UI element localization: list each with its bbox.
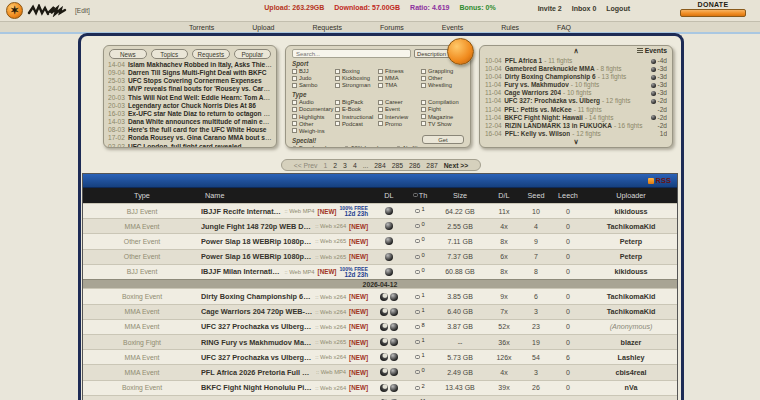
uploader-link[interactable]: nVa xyxy=(585,383,677,392)
event-name[interactable]: Gamebred Bareknuckle MMA xyxy=(505,65,595,73)
column-header-seed[interactable]: Seed xyxy=(521,191,551,200)
checkbox-icon[interactable] xyxy=(421,121,426,126)
type-option-interview[interactable]: Interview xyxy=(378,113,421,120)
torrent-type[interactable]: Boxing Fight xyxy=(83,339,201,346)
comments-cell[interactable]: 0 xyxy=(407,252,433,262)
checkbox-icon[interactable] xyxy=(421,76,426,81)
nav-item-upload[interactable]: Upload xyxy=(252,24,274,31)
type-option-fight[interactable]: Fight xyxy=(421,106,464,113)
nav-item-forums[interactable]: Forums xyxy=(380,24,404,31)
comments-cell[interactable]: 2 xyxy=(407,383,433,393)
radio-icon[interactable] xyxy=(344,146,349,148)
comments-cell[interactable]: 0 xyxy=(407,221,433,231)
donate-bar[interactable] xyxy=(680,9,746,17)
torrent-type[interactable]: Boxing Event xyxy=(83,293,201,300)
comments-cell[interactable]: 0 xyxy=(407,236,433,246)
news-item-title[interactable]: This Will Not End Well: Eddie Hearn: Tom… xyxy=(128,94,272,101)
torrent-name-link[interactable]: Power Slap 18 WEBRip 1080p mkv xyxy=(201,237,312,246)
download-icon[interactable] xyxy=(385,268,393,276)
event-name[interactable]: PFL: Pettis vs. McKee xyxy=(504,106,572,114)
sport-option-strongman[interactable]: Strongman xyxy=(335,82,378,89)
torrent-type[interactable]: MMA Event xyxy=(83,369,201,376)
news-tab-requests[interactable]: Requests xyxy=(192,49,230,59)
torrent-name-link[interactable]: PFL Africa 2026 Pretoria Full Event (Rec… xyxy=(201,368,313,377)
checkbox-icon[interactable] xyxy=(292,128,297,133)
event-name[interactable]: PFL: Kelly vs. Wilson xyxy=(505,130,571,138)
torrent-name-link[interactable]: UFC 327 Prochazka vs Ulberg PPV 1080p WE… xyxy=(201,353,312,362)
sport-option-fitness[interactable]: Fitness xyxy=(378,68,421,75)
pagination-prev[interactable]: << Prev xyxy=(294,162,318,169)
torrent-name-link[interactable]: UFC 327 Prochazka vs Ulberg Prelims 1080… xyxy=(201,322,312,331)
play-icon[interactable] xyxy=(380,338,388,346)
checkbox-icon[interactable] xyxy=(378,107,383,112)
news-item-title[interactable]: UFC Stops Covering Cornermen Expenses xyxy=(128,77,262,84)
invite-link[interactable]: Invite 2 xyxy=(538,5,562,12)
checkbox-icon[interactable] xyxy=(335,121,340,126)
torrent-type[interactable]: BJJ Event xyxy=(83,208,201,215)
checkbox-icon[interactable] xyxy=(292,69,297,74)
news-tab-news[interactable]: News xyxy=(109,49,147,59)
nav-item-torrents[interactable]: Torrents xyxy=(189,24,214,31)
play-icon[interactable] xyxy=(380,293,388,301)
checkbox-icon[interactable] xyxy=(378,121,383,126)
uploader-link[interactable]: TachikomaKid xyxy=(585,307,677,316)
checkbox-icon[interactable] xyxy=(335,114,340,119)
comments-cell[interactable]: 1 xyxy=(407,292,433,302)
sport-option-other[interactable]: Other xyxy=(421,75,464,82)
checkbox-icon[interactable] xyxy=(335,100,340,105)
sport-option-judo[interactable]: Judo xyxy=(292,75,335,82)
checkbox-icon[interactable] xyxy=(378,114,383,119)
torrent-type[interactable]: Other Event xyxy=(83,238,201,245)
checkbox-icon[interactable] xyxy=(421,107,426,112)
column-header-leech[interactable]: Leech xyxy=(551,191,585,200)
search-input[interactable] xyxy=(292,49,411,58)
nav-item-rules[interactable]: Rules xyxy=(501,24,519,31)
type-option-podcast[interactable]: Podcast xyxy=(335,120,378,127)
column-header-type[interactable]: Type xyxy=(83,191,201,200)
comments-cell[interactable]: 1 xyxy=(407,206,433,216)
pagination-page-3[interactable]: 3 xyxy=(343,162,347,169)
torrent-name-link[interactable]: BKFC Fight Night Honolulu Pitolo vs Colt… xyxy=(201,383,312,392)
event-name[interactable]: PFL Africa 1 xyxy=(505,57,543,65)
comments-cell[interactable]: 1 xyxy=(407,337,433,347)
radio-icon[interactable] xyxy=(292,146,297,148)
sport-option-kickboxing[interactable]: Kickboxing xyxy=(335,75,378,82)
news-item-title[interactable]: Ronda Rousey vs. Gina Carano MMA bout se… xyxy=(128,134,272,141)
torrent-type[interactable]: BJJ Event xyxy=(83,268,201,275)
uploader-link[interactable]: TachikomaKid xyxy=(585,222,677,231)
checkbox-icon[interactable] xyxy=(378,83,383,88)
radio-icon[interactable] xyxy=(396,146,401,148)
download-icon[interactable] xyxy=(390,293,398,301)
play-icon[interactable] xyxy=(380,308,388,316)
download-icon[interactable] xyxy=(385,253,393,261)
get-button[interactable]: Get xyxy=(422,135,464,144)
events-panel-title[interactable]: Events xyxy=(637,47,667,54)
rss-link[interactable]: RSS xyxy=(648,176,671,185)
type-option-compilation[interactable]: Compilation xyxy=(421,99,464,106)
checkbox-icon[interactable] xyxy=(292,83,297,88)
sport-option-grappling[interactable]: Grappling xyxy=(421,68,464,75)
news-item-title[interactable]: Islam Makhachev Robbed in Italy, Asks Th… xyxy=(128,61,272,68)
special-option-50-leech[interactable]: 50% Leech xyxy=(344,145,380,149)
checkbox-icon[interactable] xyxy=(335,76,340,81)
comments-cell[interactable]: 0 xyxy=(407,267,433,277)
download-icon[interactable] xyxy=(390,308,398,316)
uploader-link[interactable]: kikidouss xyxy=(585,267,677,276)
pagination-page-284[interactable]: 284 xyxy=(374,162,385,169)
type-option-promo[interactable]: Promo xyxy=(378,120,421,127)
pagination-page-285[interactable]: 285 xyxy=(392,162,403,169)
uploader-link[interactable]: Peterp xyxy=(585,252,677,261)
news-tab-popular[interactable]: Popular xyxy=(234,49,272,59)
checkbox-icon[interactable] xyxy=(335,107,340,112)
type-option-highlights[interactable]: Highlights xyxy=(292,113,335,120)
checkbox-icon[interactable] xyxy=(335,69,340,74)
pagination-page-2[interactable]: 2 xyxy=(333,162,337,169)
uploader-link[interactable]: cbis4real xyxy=(585,368,677,377)
download-icon[interactable] xyxy=(385,237,393,245)
event-name[interactable]: RIZIN LANDMARK 13 in FUKUOKA xyxy=(505,122,612,130)
sport-option-bjj[interactable]: BJJ xyxy=(292,68,335,75)
event-name[interactable]: Cage Warriors 204 xyxy=(504,89,561,97)
checkbox-icon[interactable] xyxy=(292,76,297,81)
column-header-name[interactable]: Name xyxy=(201,191,371,200)
type-option-magazine[interactable]: Magazine xyxy=(421,113,464,120)
